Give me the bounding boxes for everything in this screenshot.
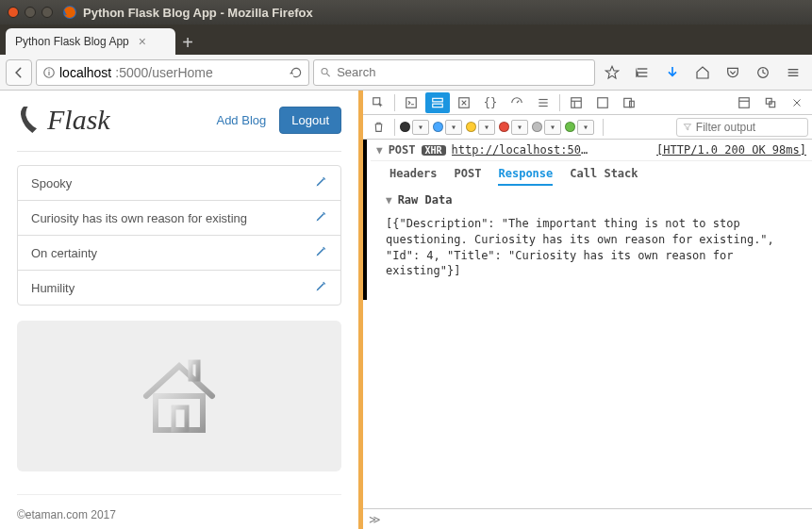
- list-item[interactable]: Spooky: [18, 166, 340, 201]
- svg-rect-30: [624, 98, 632, 107]
- svg-line-22: [517, 100, 519, 102]
- devtools-panel: {} ▾▾▾▾▾▾: [363, 91, 812, 529]
- download-icon[interactable]: [659, 59, 686, 86]
- house-image: [132, 349, 226, 443]
- pencil-icon[interactable]: [315, 245, 327, 260]
- collapse-arrow-icon[interactable]: ▼: [376, 144, 383, 157]
- raw-data-header[interactable]: ▼ Raw Data: [371, 190, 812, 210]
- list-item[interactable]: On certainty: [18, 236, 340, 271]
- dt-debugger-icon[interactable]: [452, 92, 476, 113]
- response-tabs: HeadersPOSTResponseCall Stack: [371, 161, 812, 190]
- dt-close-icon[interactable]: [785, 92, 809, 113]
- chevron-down-icon[interactable]: ▾: [544, 120, 561, 135]
- new-tab-button[interactable]: +: [175, 30, 200, 55]
- dt-style-icon[interactable]: {}: [478, 92, 503, 113]
- request-method: POST: [389, 143, 416, 157]
- chevron-down-icon[interactable]: ▾: [478, 120, 495, 135]
- filter-dot[interactable]: [466, 122, 476, 132]
- add-blog-link[interactable]: Add Blog: [216, 113, 266, 127]
- back-button[interactable]: [6, 59, 32, 86]
- filter-output-input[interactable]: [696, 121, 802, 134]
- chevron-down-icon[interactable]: ▾: [445, 120, 462, 135]
- list-item[interactable]: Curiosity has its own reason for existin…: [18, 201, 340, 236]
- raw-data-body[interactable]: [{"Description": "The important thing is…: [371, 210, 812, 285]
- post-title: On certainty: [31, 246, 97, 260]
- request-url[interactable]: http://localhost:5000/g…: [452, 143, 593, 157]
- window-close-button[interactable]: [8, 7, 19, 18]
- logout-button[interactable]: Logout: [279, 107, 341, 134]
- browser-tab[interactable]: Python Flask Blog App ×: [6, 28, 175, 55]
- dt-options-icon[interactable]: [732, 92, 756, 113]
- dt-gutter: [363, 140, 367, 300]
- svg-rect-14: [156, 396, 203, 430]
- url-bar[interactable]: localhost:5000/userHome: [36, 59, 309, 86]
- flask-horn-icon: [17, 104, 43, 136]
- svg-rect-19: [433, 98, 443, 102]
- dt-console-icon[interactable]: [399, 92, 423, 113]
- info-icon: [42, 66, 56, 79]
- pencil-icon[interactable]: [315, 210, 327, 225]
- reload-button[interactable]: [290, 66, 303, 79]
- dt-inspector-icon[interactable]: [366, 92, 390, 113]
- firefox-icon: [62, 5, 77, 20]
- network-request-row[interactable]: ▼ POST XHR http://localhost:5000/g… [HTT…: [371, 140, 812, 161]
- filter-icon: [683, 122, 692, 132]
- chevron-down-icon[interactable]: ▾: [577, 120, 594, 135]
- window-maximize-button[interactable]: [41, 7, 53, 18]
- chevron-down-icon[interactable]: ▾: [511, 120, 528, 135]
- post-title: Humility: [31, 281, 75, 295]
- dt-tab-headers[interactable]: Headers: [389, 167, 438, 186]
- chevrons-icon[interactable]: ≫: [369, 513, 381, 526]
- filter-output-field[interactable]: [676, 118, 808, 137]
- jumbotron: [17, 321, 341, 471]
- page-footer: ©etaman.com 2017: [17, 494, 341, 521]
- svg-rect-15: [174, 407, 187, 430]
- bookmarks-icon[interactable]: [629, 59, 655, 86]
- dt-network-icon[interactable]: [425, 92, 450, 113]
- svg-point-3: [48, 69, 49, 70]
- post-title: Spooky: [31, 176, 72, 190]
- filter-dot[interactable]: [499, 122, 509, 132]
- dt-tab-post[interactable]: POST: [455, 167, 482, 186]
- search-input[interactable]: [337, 65, 588, 79]
- dt-performance-icon[interactable]: [505, 92, 529, 113]
- menu-icon[interactable]: [780, 59, 806, 86]
- chevron-down-icon[interactable]: ▾: [412, 120, 429, 135]
- svg-rect-26: [572, 97, 582, 107]
- dt-responsive-icon[interactable]: [617, 92, 641, 113]
- pencil-icon[interactable]: [315, 280, 327, 295]
- pocket-icon[interactable]: [720, 59, 746, 86]
- dt-memory-icon[interactable]: [531, 92, 555, 113]
- star-icon[interactable]: [599, 59, 625, 86]
- dt-tab-call-stack[interactable]: Call Stack: [570, 167, 638, 186]
- svg-rect-32: [739, 97, 750, 107]
- dt-noframes-icon[interactable]: [590, 92, 615, 113]
- browser-nav-toolbar: localhost:5000/userHome: [0, 55, 812, 91]
- list-item[interactable]: Humility: [18, 271, 340, 305]
- xhr-badge: XHR: [422, 145, 446, 156]
- dt-tab-response[interactable]: Response: [498, 167, 553, 186]
- svg-rect-29: [598, 97, 608, 107]
- collapse-arrow-icon[interactable]: ▼: [386, 194, 392, 207]
- home-icon[interactable]: [689, 59, 716, 86]
- dt-dock-icon[interactable]: [758, 92, 783, 113]
- devtools-filterbar: ▾▾▾▾▾▾: [363, 115, 812, 140]
- browser-tabstrip: Python Flask Blog App × +: [0, 25, 812, 55]
- filter-dot[interactable]: [565, 122, 575, 132]
- window-minimize-button[interactable]: [25, 7, 36, 18]
- search-bar[interactable]: [313, 59, 595, 86]
- os-titlebar: Python Flask Blog App - Mozilla Firefox: [0, 0, 812, 25]
- flask-logo: Flask: [17, 104, 110, 136]
- devtools-top-toolbar: {}: [363, 91, 812, 115]
- svg-rect-20: [433, 104, 443, 107]
- tab-close-icon[interactable]: ×: [139, 34, 146, 49]
- filter-dot[interactable]: [433, 122, 443, 132]
- filter-dot[interactable]: [400, 122, 410, 132]
- pencil-icon[interactable]: [315, 175, 327, 190]
- filter-dot[interactable]: [532, 122, 542, 132]
- search-icon: [320, 66, 331, 78]
- svg-rect-18: [406, 97, 417, 107]
- dt-clear-icon[interactable]: [368, 117, 389, 138]
- history-icon[interactable]: [750, 59, 776, 86]
- dt-frames-icon[interactable]: [564, 92, 588, 113]
